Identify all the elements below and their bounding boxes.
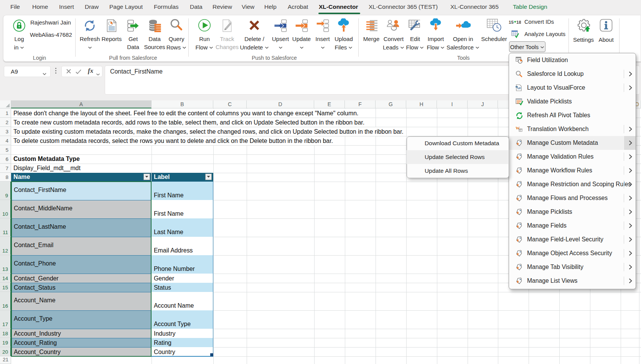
- svg-text:15: 15: [509, 20, 514, 25]
- svg-text:18: 18: [516, 20, 521, 25]
